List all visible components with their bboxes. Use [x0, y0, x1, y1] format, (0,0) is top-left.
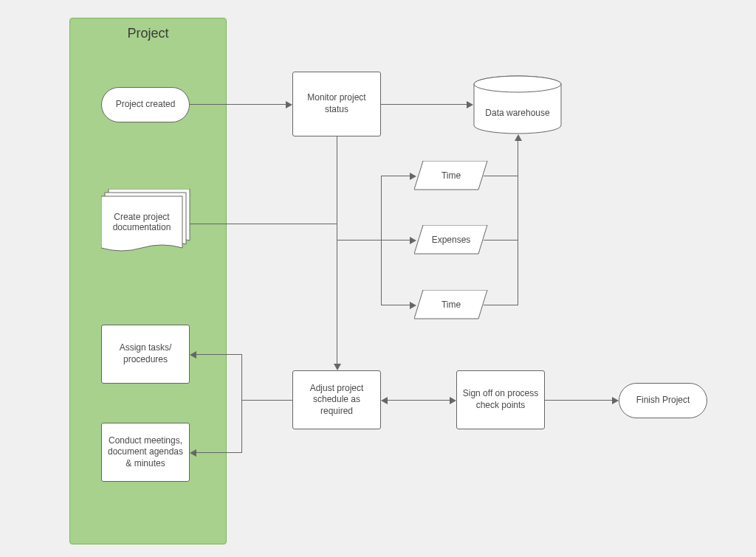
node-time-2[interactable]: Time [414, 290, 488, 319]
node-assign-tasks[interactable]: Assign tasks/ procedures [101, 325, 190, 384]
node-monitor-status[interactable]: Monitor project status [292, 72, 381, 136]
edge-expenses-merge [484, 240, 518, 241]
node-label: Time [441, 300, 461, 310]
edge-adjust-leftvert [241, 354, 242, 453]
node-label: Data warehouse [485, 108, 549, 118]
node-label: Finish Project [636, 395, 690, 406]
edge-to-assign [196, 354, 241, 355]
node-label: Conduct meetings, document agendas & min… [106, 435, 185, 470]
edge-to-time1 [381, 176, 410, 176]
arrowhead-icon [410, 173, 416, 180]
edge-adjust-signoff [388, 400, 450, 401]
edge-createdocs-join [190, 224, 337, 224]
edge-projectcreated-monitor [190, 104, 286, 105]
node-label: Sign off on process check points [461, 388, 540, 411]
node-label: Assign tasks/ procedures [106, 342, 185, 365]
svg-point-0 [474, 76, 561, 92]
edge-to-expenses [381, 240, 410, 241]
edge-adjust-leftstub [241, 400, 292, 401]
node-project-created[interactable]: Project created [101, 87, 190, 122]
edge-monitor-adjust [337, 136, 337, 364]
node-create-docs[interactable]: Create project documentation [101, 189, 196, 257]
edge-to-time2 [381, 305, 410, 305]
arrowhead-icon [410, 302, 416, 309]
edge-branch-vertical [381, 176, 382, 305]
node-label: Expenses [432, 235, 471, 245]
node-label: Project created [116, 99, 176, 111]
edge-monitor-datawarehouse [381, 104, 467, 105]
arrowhead-icon [450, 397, 456, 404]
node-data-warehouse[interactable]: Data warehouse [473, 75, 562, 134]
arrowhead-icon [286, 101, 292, 108]
swimlane-title: Project [70, 26, 226, 41]
node-time-1[interactable]: Time [414, 161, 488, 190]
node-sign-off[interactable]: Sign off on process check points [456, 370, 545, 429]
arrowhead-icon [410, 237, 416, 244]
edge-to-meetings [196, 452, 241, 453]
diagram-canvas: Project Project created Monitor project … [0, 0, 756, 557]
node-label: Create project documentation [104, 212, 179, 232]
arrowhead-icon [515, 134, 522, 141]
node-finish-project[interactable]: Finish Project [619, 383, 707, 418]
arrowhead-icon [190, 351, 196, 359]
node-label: Time [441, 170, 461, 181]
svg-point-1 [474, 76, 561, 92]
arrowhead-icon [467, 101, 473, 108]
edge-branch-stub [337, 240, 381, 241]
edge-merge-vertical [518, 141, 518, 305]
node-adjust-schedule[interactable]: Adjust project schedule as required [292, 370, 381, 429]
arrowhead-icon [612, 397, 619, 404]
arrowhead-icon [190, 449, 196, 457]
node-expenses[interactable]: Expenses [414, 225, 488, 255]
node-label: Adjust project schedule as required [298, 383, 376, 418]
arrowhead-icon [334, 364, 341, 370]
arrowhead-icon [381, 397, 388, 404]
edge-time2-merge [484, 305, 518, 305]
node-conduct-meetings[interactable]: Conduct meetings, document agendas & min… [101, 423, 190, 482]
node-label: Monitor project status [298, 92, 376, 115]
edge-signoff-finish [545, 400, 613, 401]
edge-time1-merge [484, 176, 518, 176]
